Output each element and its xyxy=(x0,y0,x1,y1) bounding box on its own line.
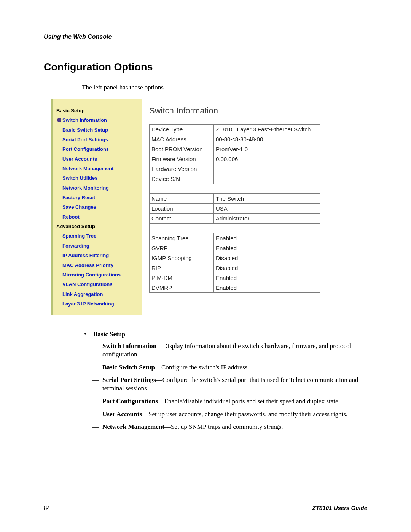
table-row: ContactAdministrator xyxy=(150,214,320,224)
sidebar-item[interactable]: Port Configurations xyxy=(62,144,139,154)
sidebar-item[interactable]: User Accounts xyxy=(62,154,139,164)
body-group-label: Basic Setup xyxy=(93,331,126,338)
info-key: PIM-DM xyxy=(150,273,214,283)
info-key: IGMP Snooping xyxy=(150,253,214,263)
table-row xyxy=(150,224,320,233)
sidebar-item[interactable]: Spanning Tree xyxy=(62,231,139,241)
table-row: DVMRPEnabled xyxy=(150,283,320,293)
main-pane-title: Switch Information xyxy=(149,106,333,116)
sidebar-item[interactable]: MAC Address Priority xyxy=(62,260,139,270)
info-value: 00-80-c8-30-48-00 xyxy=(214,134,320,144)
info-value: Enabled xyxy=(214,283,320,293)
sidebar-item[interactable]: IP Address Filtering xyxy=(62,251,139,260)
info-key: MAC Address xyxy=(150,134,214,144)
info-value: PromVer-1.0 xyxy=(214,144,320,154)
list-item-desc: —Enable/disable individual ports and set… xyxy=(158,398,340,405)
list-item-term: Switch Information xyxy=(102,342,156,350)
sidebar-item[interactable]: Serial Port Settings xyxy=(62,135,139,144)
table-row xyxy=(150,184,320,194)
info-value xyxy=(214,174,320,184)
sidebar-item[interactable]: Forwarding xyxy=(62,241,139,251)
page-footer: 84 ZT8101 Users Guide xyxy=(44,505,367,511)
running-header: Using the Web Console xyxy=(44,34,367,40)
info-value: Enabled xyxy=(214,273,320,283)
table-row: LocationUSA xyxy=(150,204,320,214)
sidebar-item[interactable]: Switch Utilities xyxy=(62,173,139,183)
list-item-desc: —Configure the switch's IP address. xyxy=(155,364,249,371)
main-pane: Switch Information Device TypeZT8101 Lay… xyxy=(142,99,333,315)
info-key: RIP xyxy=(150,263,214,273)
table-row: Boot PROM VersionPromVer-1.0 xyxy=(150,144,320,154)
list-item: Basic Switch Setup—Configure the switch'… xyxy=(102,363,367,372)
list-item-term: User Accounts xyxy=(102,411,142,418)
info-key: Spanning Tree xyxy=(150,233,214,243)
switch-info-table: Device TypeZT8101 Layer 3 Fast-Ethernet … xyxy=(149,124,320,293)
info-key: Hardware Version xyxy=(150,164,214,174)
table-row: PIM-DMEnabled xyxy=(150,273,320,283)
info-key: Location xyxy=(150,204,214,214)
info-value: 0.00.006 xyxy=(214,154,320,164)
sidebar-item[interactable]: Network Monitoring xyxy=(62,183,139,193)
info-key: DVMRP xyxy=(150,283,214,293)
info-key: Name xyxy=(150,194,214,204)
table-row: NameThe Switch xyxy=(150,194,320,204)
list-item: User Accounts—Set up user accounts, chan… xyxy=(102,410,367,419)
table-row: Device S/N xyxy=(150,174,320,184)
table-row: Hardware Version xyxy=(150,164,320,174)
list-item-desc: —Set up SNMP traps and community strings… xyxy=(164,423,283,430)
info-key: GVRP xyxy=(150,243,214,253)
sidebar-item[interactable]: Network Management xyxy=(62,164,139,173)
sidebar: Basic SetupSwitch InformationBasic Switc… xyxy=(53,99,142,315)
info-value: ZT8101 Layer 3 Fast-Ethernet Switch xyxy=(214,125,320,134)
list-item: Network Management—Set up SNMP traps and… xyxy=(102,423,367,431)
page-number: 84 xyxy=(44,505,50,511)
sidebar-item[interactable]: Layer 3 IP Networking xyxy=(62,299,139,308)
info-key: Device Type xyxy=(150,125,214,134)
list-item-term: Port Configurations xyxy=(102,398,158,405)
info-value: Enabled xyxy=(214,233,320,243)
body-list: Switch Information—Display information a… xyxy=(93,342,367,431)
sidebar-item[interactable]: Link Aggregation xyxy=(62,289,139,299)
table-row: Firmware Version0.00.006 xyxy=(150,154,320,164)
sidebar-item[interactable]: VLAN Configurations xyxy=(62,280,139,289)
info-key: Device S/N xyxy=(150,174,214,184)
sidebar-item[interactable]: Factory Reset xyxy=(62,193,139,202)
list-item-desc: —Set up user accounts, change their pass… xyxy=(142,411,347,418)
info-value: The Switch xyxy=(214,194,320,204)
list-item-term: Serial Port Settings xyxy=(102,376,156,383)
sidebar-item[interactable]: Mirroring Configurations xyxy=(62,270,139,280)
list-item: Port Configurations—Enable/disable indiv… xyxy=(102,397,367,406)
info-value: Administrator xyxy=(214,214,320,224)
sidebar-item[interactable]: Reboot xyxy=(62,212,139,222)
table-row: MAC Address00-80-c8-30-48-00 xyxy=(150,134,320,144)
sidebar-item[interactable]: Basic Switch Setup xyxy=(62,125,139,135)
sidebar-item[interactable]: Switch Information xyxy=(62,115,139,125)
table-row: Spanning TreeEnabled xyxy=(150,233,320,243)
section-intro: The left panel has these options. xyxy=(82,84,367,91)
info-value: Disabled xyxy=(214,253,320,263)
guide-title: ZT8101 Users Guide xyxy=(312,505,367,511)
info-key: Boot PROM Version xyxy=(150,144,214,154)
info-key: Firmware Version xyxy=(150,154,214,164)
table-row: GVRPEnabled xyxy=(150,243,320,253)
info-value: Enabled xyxy=(214,243,320,253)
sidebar-group-label: Advanced Setup xyxy=(56,222,139,231)
sidebar-item[interactable]: Save Changes xyxy=(62,202,139,212)
console-screenshot: Basic SetupSwitch InformationBasic Switc… xyxy=(51,99,367,315)
info-value xyxy=(214,164,320,174)
list-item: Serial Port Settings—Configure the switc… xyxy=(102,376,367,393)
table-row: RIPDisabled xyxy=(150,263,320,273)
table-row: Device TypeZT8101 Layer 3 Fast-Ethernet … xyxy=(150,125,320,134)
list-item-term: Network Management xyxy=(102,423,164,430)
section-title: Configuration Options xyxy=(44,61,367,73)
table-row: IGMP SnoopingDisabled xyxy=(150,253,320,263)
list-item: Switch Information—Display information a… xyxy=(102,342,367,359)
info-value: USA xyxy=(214,204,320,214)
info-value: Disabled xyxy=(214,263,320,273)
list-item-term: Basic Switch Setup xyxy=(102,364,155,371)
info-key: Contact xyxy=(150,214,214,224)
sidebar-group-label: Basic Setup xyxy=(56,106,139,115)
body-content: Basic Setup Switch Information—Display i… xyxy=(82,331,367,431)
